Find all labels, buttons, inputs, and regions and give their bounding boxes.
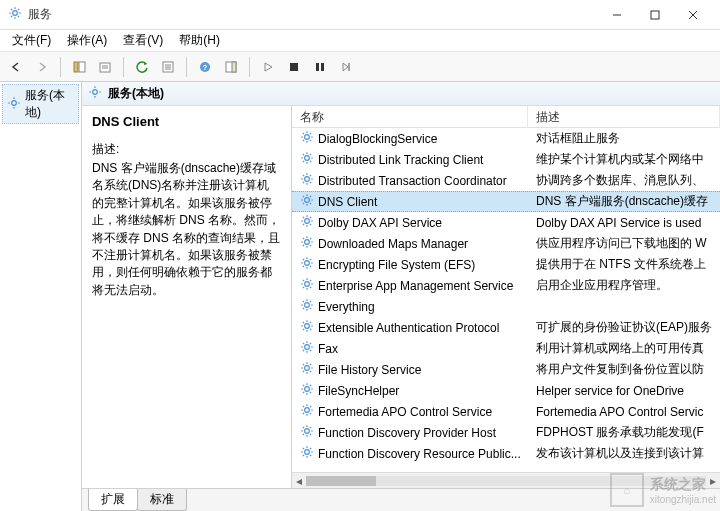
window-title: 服务 <box>28 6 598 23</box>
pause-service-button[interactable] <box>308 55 332 79</box>
table-row[interactable]: FileSyncHelperHelper service for OneDriv… <box>292 380 720 401</box>
svg-point-112 <box>305 303 310 308</box>
content: DNS Client 描述: DNS 客户端服务(dnscache)缓存域名系统… <box>82 106 720 489</box>
svg-line-46 <box>310 140 311 141</box>
maximize-button[interactable] <box>636 1 674 29</box>
start-service-button[interactable] <box>256 55 280 79</box>
cell-desc: 可扩展的身份验证协议(EAP)服务 <box>528 319 720 336</box>
export-list-button[interactable] <box>93 55 117 79</box>
svg-line-146 <box>303 371 304 372</box>
nav-services-local[interactable]: 服务(本地) <box>2 84 79 124</box>
table-row[interactable]: Downloaded Maps Manager供应用程序访问已下载地图的 W <box>292 233 720 254</box>
service-name-text: Encrypting File System (EFS) <box>318 258 475 272</box>
svg-line-5 <box>11 9 12 10</box>
table-row[interactable]: Function Discovery Provider HostFDPHOST … <box>292 422 720 443</box>
svg-line-174 <box>310 427 311 428</box>
tab-standard[interactable]: 标准 <box>137 489 187 511</box>
cell-name: Extensible Authentication Protocol <box>292 319 528 336</box>
service-gear-icon <box>300 403 314 420</box>
table-row[interactable]: File History Service将用户文件复制到备份位置以防 <box>292 359 720 380</box>
service-name-text: Function Discovery Resource Public... <box>318 447 521 461</box>
table-row[interactable]: DialogBlockingService对话框阻止服务 <box>292 128 720 149</box>
service-name-text: Distributed Transaction Coordinator <box>318 174 507 188</box>
scroll-track[interactable] <box>306 476 706 486</box>
svg-rect-10 <box>651 11 659 19</box>
back-button[interactable] <box>4 55 28 79</box>
svg-line-64 <box>310 182 311 183</box>
cell-name: Enterprise App Management Service <box>292 277 528 294</box>
svg-point-148 <box>305 387 310 392</box>
stop-service-button[interactable] <box>282 55 306 79</box>
column-name[interactable]: 名称 <box>292 106 528 127</box>
svg-point-157 <box>305 408 310 413</box>
toolbar-separator <box>186 57 187 77</box>
svg-line-110 <box>303 287 304 288</box>
table-row[interactable]: DNS ClientDNS 客户端服务(dnscache)缓存 <box>292 191 720 212</box>
refresh-button[interactable] <box>130 55 154 79</box>
svg-line-165 <box>310 406 311 407</box>
body: 服务(本地) 服务(本地) DNS Client 描述: DNS 客户端服务(d… <box>0 82 720 511</box>
table-row[interactable]: Distributed Transaction Coordinator协调跨多个… <box>292 170 720 191</box>
svg-line-171 <box>303 427 304 428</box>
cell-name: File History Service <box>292 361 528 378</box>
scroll-right-arrow[interactable]: ▸ <box>706 473 720 488</box>
svg-point-35 <box>93 90 98 95</box>
svg-line-57 <box>310 154 311 155</box>
svg-rect-26 <box>290 63 298 71</box>
svg-line-91 <box>310 245 311 246</box>
service-gear-icon <box>300 214 314 231</box>
svg-line-135 <box>303 343 304 344</box>
svg-line-164 <box>303 413 304 414</box>
properties-button[interactable] <box>156 55 180 79</box>
menu-view[interactable]: 查看(V) <box>115 30 171 51</box>
service-gear-icon <box>300 298 314 315</box>
column-desc[interactable]: 描述 <box>528 106 720 127</box>
menu-help[interactable]: 帮助(H) <box>171 30 228 51</box>
forward-button[interactable] <box>30 55 54 79</box>
nav-pane: 服务(本地) <box>0 82 82 511</box>
svg-line-73 <box>310 203 311 204</box>
service-gear-icon <box>300 151 314 168</box>
detail-desc-label: 描述: <box>92 141 281 158</box>
help-button[interactable]: ? <box>193 55 217 79</box>
gear-icon <box>88 85 102 102</box>
menu-file[interactable]: 文件(F) <box>4 30 59 51</box>
service-name-text: Function Discovery Provider Host <box>318 426 496 440</box>
svg-point-139 <box>305 366 310 371</box>
table-row[interactable]: Fortemedia APO Control ServiceFortemedia… <box>292 401 720 422</box>
cell-name: Distributed Transaction Coordinator <box>292 172 528 189</box>
table-row[interactable]: Fax利用计算机或网络上的可用传真 <box>292 338 720 359</box>
svg-rect-27 <box>316 63 319 71</box>
table-row[interactable]: Function Discovery Resource Public...发布该… <box>292 443 720 464</box>
svg-rect-13 <box>74 62 78 72</box>
svg-line-118 <box>310 308 311 309</box>
scroll-left-arrow[interactable]: ◂ <box>292 473 306 488</box>
service-gear-icon <box>300 445 314 462</box>
svg-line-109 <box>310 287 311 288</box>
scroll-thumb[interactable] <box>306 476 376 486</box>
table-row[interactable]: Distributed Link Tracking Client维护某个计算机内… <box>292 149 720 170</box>
action-pane-button[interactable] <box>219 55 243 79</box>
table-row[interactable]: Everything <box>292 296 720 317</box>
table-row[interactable]: Extensible Authentication Protocol可扩展的身份… <box>292 317 720 338</box>
svg-line-65 <box>303 182 304 183</box>
svg-line-162 <box>303 406 304 407</box>
table-row[interactable]: Encrypting File System (EFS)提供用于在 NTFS 文… <box>292 254 720 275</box>
restart-service-button[interactable] <box>334 55 358 79</box>
service-gear-icon <box>300 172 314 189</box>
minimize-button[interactable] <box>598 1 636 29</box>
service-rows[interactable]: DialogBlockingService对话框阻止服务Distributed … <box>292 128 720 472</box>
svg-line-138 <box>310 343 311 344</box>
show-hide-tree-button[interactable] <box>67 55 91 79</box>
svg-line-82 <box>310 224 311 225</box>
horizontal-scrollbar[interactable]: ◂ ▸ <box>292 472 720 488</box>
table-row[interactable]: Enterprise App Management Service启用企业应用程… <box>292 275 720 296</box>
tab-extended[interactable]: 扩展 <box>88 489 138 511</box>
svg-line-180 <box>303 448 304 449</box>
toolbar: ? <box>0 52 720 82</box>
service-gear-icon <box>300 340 314 357</box>
service-name-text: Dolby DAX API Service <box>318 216 442 230</box>
close-button[interactable] <box>674 1 712 29</box>
menu-action[interactable]: 操作(A) <box>59 30 115 51</box>
table-row[interactable]: Dolby DAX API ServiceDolby DAX API Servi… <box>292 212 720 233</box>
